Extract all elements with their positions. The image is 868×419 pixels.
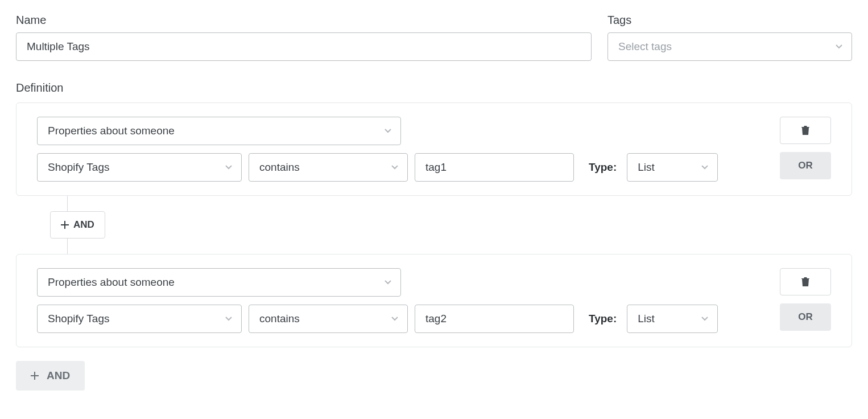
- type-label: Type:: [589, 313, 617, 325]
- chevron-down-icon: [701, 317, 708, 321]
- value-input[interactable]: [415, 153, 574, 182]
- delete-rule-button[interactable]: [780, 268, 831, 295]
- chevron-down-icon: [701, 165, 708, 170]
- operator-select-value: contains: [259, 161, 300, 174]
- operator-select-value: contains: [259, 313, 300, 325]
- plus-icon: [61, 221, 69, 229]
- svg-rect-3: [31, 375, 39, 376]
- name-label: Name: [16, 14, 592, 27]
- property-select[interactable]: Shopify Tags: [37, 305, 242, 333]
- chevron-down-icon: [225, 317, 232, 321]
- trash-icon: [801, 277, 810, 287]
- add-and-button[interactable]: AND: [16, 361, 85, 391]
- category-select[interactable]: Properties about someone: [37, 117, 401, 145]
- operator-select[interactable]: contains: [249, 305, 408, 333]
- value-input[interactable]: [415, 305, 574, 333]
- category-select[interactable]: Properties about someone: [37, 268, 401, 297]
- type-label: Type:: [589, 161, 617, 174]
- property-select-value: Shopify Tags: [48, 313, 109, 325]
- chevron-down-icon: [391, 165, 398, 170]
- svg-rect-1: [61, 224, 69, 225]
- category-select-value: Properties about someone: [48, 125, 175, 137]
- chevron-down-icon: [225, 165, 232, 170]
- definition-label: Definition: [16, 81, 852, 95]
- type-select[interactable]: List: [627, 153, 718, 182]
- name-input[interactable]: [16, 32, 592, 61]
- add-and-label: AND: [47, 369, 70, 382]
- plus-icon: [31, 372, 39, 380]
- chevron-down-icon: [385, 129, 391, 133]
- rule-card: Properties about someone Shopify Tags co…: [16, 254, 852, 347]
- operator-select[interactable]: contains: [249, 153, 408, 182]
- tags-select[interactable]: Select tags: [607, 32, 852, 61]
- and-chip-button[interactable]: AND: [50, 211, 105, 239]
- property-select-value: Shopify Tags: [48, 161, 109, 174]
- or-button[interactable]: OR: [780, 152, 831, 179]
- chevron-down-icon: [836, 44, 842, 49]
- chevron-down-icon: [391, 317, 398, 321]
- rule-card: Properties about someone Shopify Tags co…: [16, 102, 852, 196]
- category-select-value: Properties about someone: [48, 276, 175, 289]
- type-select-value: List: [638, 161, 655, 174]
- tags-select-placeholder: Select tags: [618, 40, 672, 53]
- tags-label: Tags: [607, 14, 852, 27]
- and-chip-label: AND: [73, 219, 94, 231]
- trash-icon: [801, 125, 810, 135]
- property-select[interactable]: Shopify Tags: [37, 153, 242, 182]
- type-select[interactable]: List: [627, 305, 718, 333]
- delete-rule-button[interactable]: [780, 117, 831, 144]
- type-select-value: List: [638, 313, 655, 325]
- and-connector: AND: [50, 196, 852, 254]
- chevron-down-icon: [385, 280, 391, 285]
- or-button[interactable]: OR: [780, 303, 831, 331]
